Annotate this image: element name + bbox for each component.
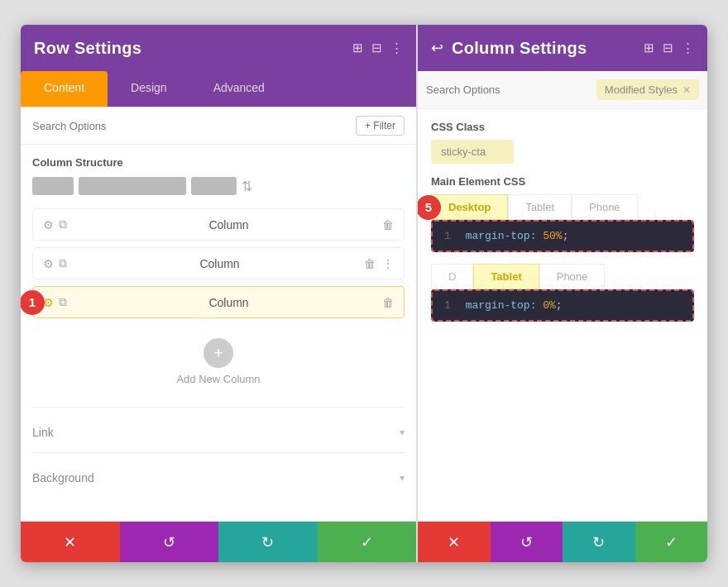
left-save-button[interactable]: ✓ bbox=[318, 522, 417, 562]
code-property-2: margin-top: bbox=[466, 299, 544, 312]
copy-icon-2[interactable]: ⧉ bbox=[59, 256, 67, 270]
background-chevron-icon: ▾ bbox=[400, 472, 405, 484]
right-undo-button[interactable]: ↺ bbox=[491, 522, 563, 562]
left-tabs-bar: Content Design Advanced bbox=[21, 71, 416, 107]
column-structure-label: Column Structure bbox=[32, 156, 405, 169]
gear-icon-2[interactable]: ⚙ bbox=[43, 257, 54, 270]
step-badge-1: 1 bbox=[21, 290, 45, 315]
link-section[interactable]: Link ▾ bbox=[32, 416, 405, 444]
right-tabs-bar: Modified Styles ✕ bbox=[418, 71, 707, 109]
sort-icon[interactable]: ⇅ bbox=[242, 179, 252, 194]
bar-medium bbox=[191, 177, 237, 195]
trash-icon-3[interactable]: 🗑 bbox=[382, 296, 394, 309]
left-search-bar: + Filter bbox=[21, 107, 416, 145]
background-label: Background bbox=[32, 471, 94, 484]
css-editor-desktop: 1 margin-top: 50%; bbox=[431, 220, 694, 252]
right-search-input[interactable] bbox=[426, 84, 596, 96]
columns-icon[interactable]: ⊟ bbox=[371, 41, 382, 55]
code-line-2: 1 bbox=[444, 299, 451, 312]
right-redo-button[interactable]: ↻ bbox=[563, 522, 635, 562]
col-label-1: Column bbox=[75, 218, 382, 231]
left-panel-content: Column Structure ⇅ 2 ⚙ ⧉ Column 🗑 bbox=[21, 145, 416, 521]
add-column-button[interactable]: + Add New Column bbox=[32, 325, 405, 398]
column-row-2: ⚙ ⧉ Column 🗑 ⋮ bbox=[32, 247, 405, 279]
col-actions-3: 🗑 bbox=[382, 296, 394, 309]
col-actions-2: 🗑 ⋮ bbox=[364, 257, 394, 270]
col-actions-1: 🗑 bbox=[382, 218, 394, 231]
column-structure-bars: ⇅ 2 bbox=[32, 177, 405, 195]
modified-label: Modified Styles bbox=[605, 84, 678, 96]
back-icon[interactable]: ↩ bbox=[431, 39, 443, 57]
left-redo-button[interactable]: ↻ bbox=[218, 522, 318, 562]
trash-icon-2[interactable]: 🗑 bbox=[364, 257, 376, 270]
right-more-icon[interactable]: ⋮ bbox=[682, 41, 694, 55]
column-row-3: 1 ⚙ ⧉ Column 🗑 4 bbox=[32, 286, 405, 318]
code-property-1: margin-top: bbox=[466, 230, 544, 242]
right-save-button[interactable]: ✓ bbox=[635, 522, 708, 562]
col-label-2: Column bbox=[75, 257, 364, 270]
more-icon[interactable]: ⋮ bbox=[390, 41, 403, 55]
col-icons-3: ⚙ ⧉ bbox=[43, 295, 67, 309]
left-panel-header: Row Settings ⊞ ⊟ ⋮ bbox=[21, 25, 416, 71]
left-search-input[interactable] bbox=[32, 120, 356, 132]
main-css-label: Main Element CSS bbox=[431, 175, 694, 188]
right-panel: ↩ Column Settings ⊞ ⊟ ⋮ Modified Styles … bbox=[418, 25, 707, 562]
css-class-value[interactable]: sticky-cta bbox=[431, 140, 514, 164]
bar-small bbox=[32, 177, 74, 195]
right-expand-icon[interactable]: ⊞ bbox=[644, 41, 654, 55]
device-tab-tablet-top[interactable]: Tablet bbox=[508, 194, 572, 220]
background-section[interactable]: Background ▾ 6 bbox=[32, 461, 405, 489]
left-panel-title: Row Settings bbox=[34, 39, 141, 58]
code-value-2: 0% bbox=[543, 299, 556, 312]
copy-icon-3[interactable]: ⧉ bbox=[59, 295, 67, 309]
divider-2 bbox=[32, 452, 405, 453]
right-header-icons: ⊞ ⊟ ⋮ bbox=[644, 41, 694, 55]
tab-advanced[interactable]: Advanced bbox=[190, 71, 288, 107]
left-panel: Row Settings ⊞ ⊟ ⋮ Content Design Advanc… bbox=[21, 25, 418, 562]
device-tab-phone-top[interactable]: Phone bbox=[572, 194, 638, 220]
left-undo-button[interactable]: ↺ bbox=[120, 522, 219, 562]
right-panel-content: CSS Class sticky-cta Main Element CSS De… bbox=[418, 109, 707, 521]
modified-styles-badge: Modified Styles ✕ bbox=[596, 79, 699, 100]
left-header-icons: ⊞ ⊟ ⋮ bbox=[352, 41, 403, 55]
column-row-1: ⚙ ⧉ Column 🗑 3 bbox=[32, 208, 405, 241]
code-line-1: 1 bbox=[444, 230, 451, 242]
col-label-3: Column bbox=[75, 296, 382, 309]
col-icons-2: ⚙ ⧉ bbox=[43, 256, 67, 270]
link-chevron-icon: ▾ bbox=[400, 427, 405, 438]
tab-content[interactable]: Content bbox=[21, 71, 108, 107]
right-header-left: ↩ Column Settings bbox=[431, 39, 587, 58]
right-columns-icon[interactable]: ⊟ bbox=[663, 41, 673, 55]
right-panel-header: ↩ Column Settings ⊞ ⊟ ⋮ bbox=[418, 25, 707, 71]
modified-close-icon[interactable]: ✕ bbox=[682, 84, 691, 96]
device-tabs-top: Desktop Tablet Phone 5 bbox=[431, 194, 694, 220]
right-cancel-button[interactable]: ✕ bbox=[418, 522, 491, 562]
expand-icon[interactable]: ⊞ bbox=[352, 41, 363, 55]
left-bottom-bar: ✕ ↺ ↻ ✓ bbox=[21, 521, 416, 562]
css-class-label: CSS Class bbox=[431, 121, 694, 133]
filter-button[interactable]: + Filter bbox=[356, 116, 405, 136]
left-cancel-button[interactable]: ✕ bbox=[21, 522, 120, 562]
css-editor-tablet: 1 margin-top: 0%; bbox=[431, 289, 694, 322]
trash-icon-1[interactable]: 🗑 bbox=[382, 218, 394, 231]
tab-design[interactable]: Design bbox=[108, 71, 190, 107]
divider-1 bbox=[32, 407, 405, 408]
add-column-label: Add New Column bbox=[176, 373, 260, 385]
device-tabs-bottom: D Tablet Phone bbox=[431, 264, 694, 289]
right-panel-title: Column Settings bbox=[452, 39, 587, 58]
link-label: Link bbox=[32, 426, 54, 439]
add-circle-icon: + bbox=[204, 338, 233, 368]
device-tab-desktop-bottom[interactable]: D bbox=[431, 264, 473, 289]
device-tab-phone-bottom[interactable]: Phone bbox=[539, 264, 606, 289]
device-tab-tablet-bottom[interactable]: Tablet bbox=[473, 264, 539, 289]
gear-icon-1[interactable]: ⚙ bbox=[43, 218, 54, 231]
col-icons-1: ⚙ ⧉ bbox=[43, 217, 67, 231]
copy-icon-1[interactable]: ⧉ bbox=[59, 217, 67, 231]
dots-icon-2[interactable]: ⋮ bbox=[382, 257, 394, 270]
bar-large bbox=[79, 177, 186, 195]
right-bottom-bar: ✕ ↺ ↻ ✓ bbox=[418, 521, 707, 562]
device-tab-desktop[interactable]: Desktop bbox=[431, 194, 508, 220]
code-value-1: 50% bbox=[543, 230, 562, 242]
